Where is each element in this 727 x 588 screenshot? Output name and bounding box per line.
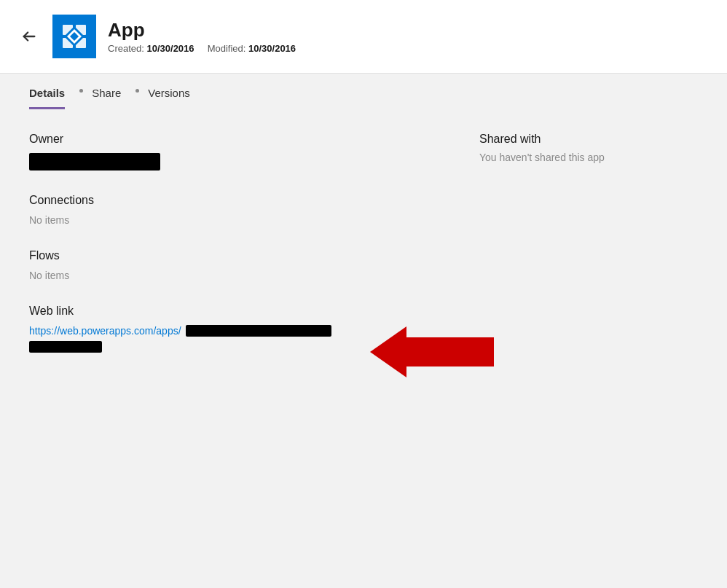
red-arrow bbox=[370, 326, 494, 377]
tab-separator-2 bbox=[135, 89, 139, 93]
app-title: App bbox=[108, 19, 296, 42]
web-link-label: Web link bbox=[29, 305, 479, 318]
url-redacted-2 bbox=[29, 341, 102, 353]
flows-section: Flows No items bbox=[29, 249, 479, 281]
shared-with-sub: You haven't shared this app bbox=[479, 152, 698, 163]
app-icon bbox=[52, 15, 96, 58]
tab-versions[interactable]: Versions bbox=[148, 74, 190, 109]
modified-date: 10/30/2016 bbox=[248, 43, 296, 54]
main-layout: Owner Connections No items Flows No item… bbox=[29, 133, 698, 376]
connections-section: Connections No items bbox=[29, 194, 479, 226]
arrow-shaft bbox=[406, 337, 494, 366]
back-button[interactable] bbox=[17, 25, 41, 48]
url-prefix: https://web.powerapps.com/apps/ bbox=[29, 325, 181, 337]
owner-redacted bbox=[29, 153, 160, 170]
tab-separator-1 bbox=[79, 89, 83, 93]
created-date: 10/30/2016 bbox=[147, 43, 194, 54]
shared-with-label: Shared with bbox=[479, 133, 698, 146]
shared-with-section: Shared with You haven't shared this app bbox=[479, 133, 698, 163]
app-meta: Created: 10/30/2016 Modified: 10/30/2016 bbox=[108, 43, 296, 54]
url-redacted bbox=[186, 325, 331, 337]
app-info: App Created: 10/30/2016 Modified: 10/30/… bbox=[108, 19, 296, 54]
left-column: Owner Connections No items Flows No item… bbox=[29, 133, 479, 376]
connections-value: No items bbox=[29, 214, 479, 226]
owner-label: Owner bbox=[29, 133, 479, 146]
owner-section: Owner bbox=[29, 133, 479, 170]
tab-share[interactable]: Share bbox=[92, 74, 121, 109]
web-link-section: Web link https://web.powerapps.com/apps/ bbox=[29, 305, 479, 353]
flows-label: Flows bbox=[29, 249, 479, 262]
header: App Created: 10/30/2016 Modified: 10/30/… bbox=[0, 0, 727, 74]
tabs: Details Share Versions bbox=[29, 74, 698, 109]
right-column: Shared with You haven't shared this app bbox=[479, 133, 698, 376]
content-area: Details Share Versions Owner Connections… bbox=[0, 74, 727, 588]
modified-label: Modified: bbox=[208, 43, 246, 54]
arrow-head bbox=[370, 326, 406, 377]
connections-label: Connections bbox=[29, 194, 479, 207]
red-arrow-container bbox=[370, 326, 494, 377]
tab-details[interactable]: Details bbox=[29, 74, 65, 109]
flows-value: No items bbox=[29, 270, 479, 281]
created-label: Created: bbox=[108, 43, 144, 54]
